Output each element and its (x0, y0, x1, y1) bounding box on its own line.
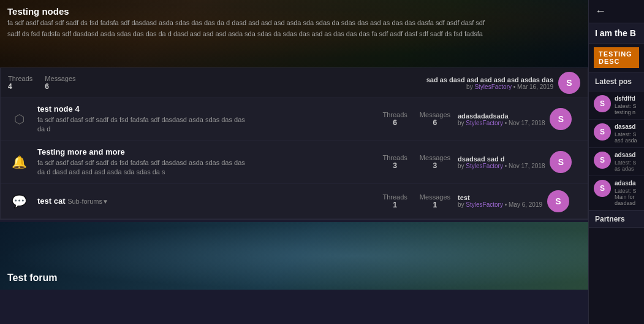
threads-stat: Threads 3 (383, 154, 407, 170)
forum-latest-avatar: S (550, 108, 572, 130)
sidebar-back-button[interactable]: ← (589, 0, 644, 23)
latest-post-info: adasdadadsada by StylesFactory • Nov 17,… (458, 112, 545, 126)
partners-title: Partners (589, 210, 644, 228)
forum-name[interactable]: test cat Sub-forums▼ (37, 196, 376, 206)
sidebar-post-avatar: S (594, 180, 611, 197)
sidebar-post-avatar: S (594, 123, 611, 141)
sidebar-post-content: dasasd Latest: Sasd asda (615, 123, 637, 144)
dropdown-icon: ▼ (102, 198, 108, 205)
forum-latest-avatar: S (547, 190, 569, 212)
sidebar-post-title: dsfdffd (615, 95, 637, 102)
threads-stat-label: Threads (383, 111, 407, 118)
forum-desc: fa sdf asdf dasf sdf sadf ds fsd fadsfa … (37, 158, 376, 177)
latest-by: by (458, 163, 464, 169)
forum-icon: 💬 (8, 190, 30, 212)
testing-desc-button[interactable]: TESTING DESC (594, 47, 639, 68)
forum-icon: 🔔 (8, 151, 30, 173)
threads-value: 4 (8, 82, 32, 91)
messages-stat-value: 1 (420, 201, 450, 209)
forum-latest: adasdadadsada by StylesFactory • Nov 17,… (458, 108, 580, 130)
header-post-title: sad as dasd asd asd asd asd asdas das (426, 76, 553, 83)
hero2-title: Test forum (7, 272, 57, 284)
messages-stat-value: 3 (420, 161, 450, 170)
latest-post-title[interactable]: adasdadadsada (458, 112, 545, 120)
latest-date: May 6, 2019 (509, 201, 542, 208)
latest-by: by (458, 201, 464, 208)
forum-row[interactable]: 💬 test cat Sub-forums▼ Threads 1 Message… (1, 184, 588, 219)
hero-desc1: fa sdf asdf dasf sdf sadf ds fsd fadsfa … (7, 18, 582, 28)
hero2-bg (0, 222, 588, 290)
hero-banner: Testing nodes fa sdf asdf dasf sdf sadf … (0, 0, 588, 68)
forum-row[interactable]: ⬡ test node 4 fa sdf asdf dasf sdf sadf … (1, 98, 588, 141)
latest-by: by (458, 120, 464, 126)
sidebar-post-meta: Latest: Stesting n (615, 103, 637, 115)
sidebar-post-item[interactable]: S dasasd Latest: Sasd asda (589, 120, 644, 148)
sidebar-post-item[interactable]: S dsfdffd Latest: Stesting n (589, 91, 644, 120)
latest-post-info: dsadsad sad d by StylesFactory • Nov 17,… (458, 155, 545, 169)
header-post-author[interactable]: StylesFactory (474, 83, 512, 90)
forum-stats: Threads 6 Messages 6 (383, 111, 451, 127)
forum-latest: dsadsad sad d by StylesFactory • Nov 17,… (458, 151, 580, 173)
sidebar-post-meta: Latest: Sasd asda (615, 131, 637, 144)
sidebar-post-item[interactable]: S adasda Latest: SMain for dasdasd (589, 176, 644, 210)
back-icon: ← (595, 5, 606, 17)
sidebar-post-avatar: S (594, 152, 611, 169)
forum-name[interactable]: test node 4 (37, 104, 376, 114)
latest-author[interactable]: StylesFactory (466, 163, 503, 169)
header-post-date: Mar 16, 2019 (517, 83, 553, 90)
latest-post-meta: by StylesFactory • May 6, 2019 (458, 201, 542, 208)
latest-date: Nov 17, 2018 (509, 120, 545, 126)
latest-author[interactable]: StylesFactory (466, 120, 503, 126)
forum-icon: ⬡ (8, 108, 30, 130)
header-post-by: by (466, 83, 473, 90)
forum-info: test cat Sub-forums▼ (37, 196, 376, 206)
messages-stat-label: Messages (420, 193, 450, 201)
forum-row[interactable]: 🔔 Testing more and more fa sdf asdf dasf… (1, 141, 588, 184)
forum-list: ⬡ test node 4 fa sdf asdf dasf sdf sadf … (1, 98, 588, 219)
threads-stat-value: 6 (383, 118, 407, 127)
sidebar-post-item[interactable]: S adsasd Latest: Sas adas (589, 148, 644, 176)
sidebar-post-title: dasasd (615, 123, 637, 130)
header-post-info: sad as dasd asd asd asd asd asdas das by… (426, 76, 553, 90)
latest-post-title[interactable]: test (458, 194, 542, 201)
sidebar-post-meta: Latest: Sas adas (615, 160, 637, 172)
threads-stat-label: Threads (383, 154, 407, 161)
latest-post-title[interactable]: dsadsad sad d (458, 155, 545, 163)
threads-stat: Threads 1 (383, 193, 407, 209)
forum-desc: fa sdf asdf dasf sdf sadf ds fsd fadsfa … (37, 115, 376, 134)
forum-section: Threads 4 Messages 6 sad as dasd asd asd… (0, 68, 588, 220)
threads-stat: Threads 6 (383, 111, 407, 127)
messages-value: 6 (45, 82, 75, 91)
messages-stat-label: Messages (420, 111, 450, 118)
messages-label: Messages (45, 75, 75, 82)
stats-row: Threads 4 Messages 6 sad as dasd asd asd… (1, 68, 588, 98)
messages-stat: Messages 6 (420, 111, 450, 127)
forum-latest: test by StylesFactory • May 6, 2019 S (458, 190, 580, 212)
latest-post-header: sad as dasd asd asd asd asd asdas das by… (426, 72, 580, 94)
messages-stat-value: 6 (420, 118, 450, 127)
sidebar-post-title: adsasd (615, 152, 637, 158)
header-post-meta: by StylesFactory • Mar 16, 2019 (426, 83, 553, 90)
sidebar-post-title: adasda (615, 180, 639, 187)
sidebar-post-avatar: S (594, 95, 611, 112)
latest-author[interactable]: StylesFactory (466, 201, 503, 208)
forum-name[interactable]: Testing more and more (37, 147, 376, 156)
sidebar-post-content: adsasd Latest: Sas adas (615, 152, 637, 172)
sidebar-post-meta: Latest: SMain for dasdasd (615, 188, 639, 206)
latest-posts-title: Latest pos (589, 72, 644, 91)
sidebar-post-content: adasda Latest: SMain for dasdasd (615, 180, 639, 206)
messages-stat-label: Messages (420, 154, 450, 161)
threads-stat-label: Threads (383, 193, 407, 201)
sidebar-forum-title: I am the B (589, 23, 644, 44)
sidebar: ← I am the B TESTING DESC Latest pos S d… (588, 0, 644, 324)
sidebar-post-content: dsfdffd Latest: Stesting n (615, 95, 637, 115)
sidebar-posts-list: S dsfdffd Latest: Stesting n S dasasd La… (589, 91, 644, 210)
messages-stat: Messages 3 (420, 154, 450, 170)
forum-info: test node 4 fa sdf asdf dasf sdf sadf ds… (37, 104, 376, 134)
threads-stat: Threads 4 (8, 75, 32, 91)
hero-title: Testing nodes (7, 6, 582, 17)
hero-desc2: sadf ds fsd fadsfa sdf dasdasd asda sdas… (7, 29, 582, 39)
forum-latest-avatar: S (550, 151, 572, 173)
forum-stats: Threads 3 Messages 3 (383, 154, 451, 170)
forum-info: Testing more and more fa sdf asdf dasf s… (37, 147, 376, 177)
